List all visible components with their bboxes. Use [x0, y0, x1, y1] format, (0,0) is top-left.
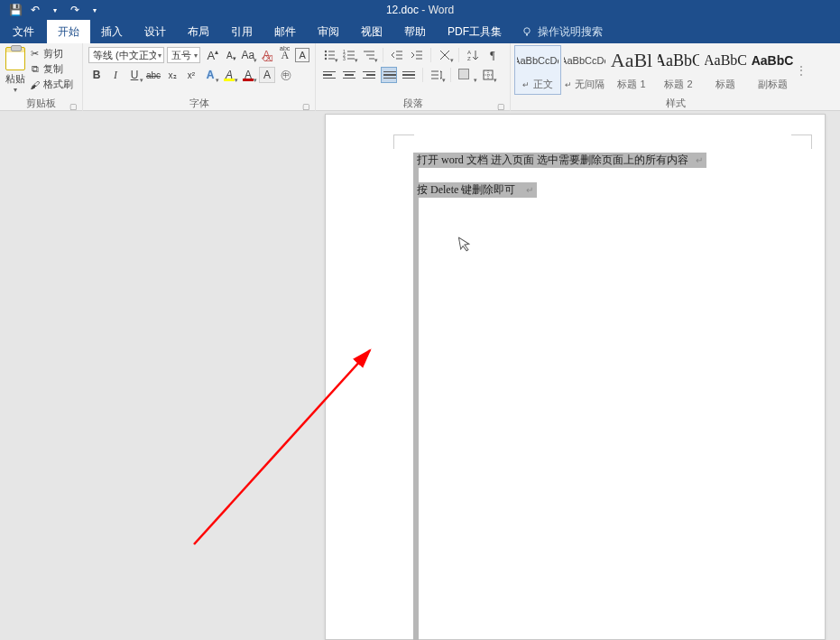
mouse-cursor-icon	[457, 235, 473, 255]
doc-name: 12.doc	[386, 4, 419, 16]
style-nospacing[interactable]: AaBbCcDc ↵ 无间隔	[561, 45, 608, 95]
document-page[interactable]: 打开 word 文档 进入页面 选中需要删除页面上的所有内容 ↵ 按 Delet…	[325, 114, 826, 640]
subscript-button[interactable]: x₂	[164, 67, 180, 83]
copy-button[interactable]: ⧉ 复制	[29, 62, 73, 76]
selection-column	[413, 153, 419, 640]
font-size-combo[interactable]: 五号▾	[167, 47, 200, 63]
scissors-icon: ✂	[29, 48, 41, 60]
enclose-char-button[interactable]: ㊥	[278, 67, 294, 83]
ribbon-tabs: 文件 开始 插入 设计 布局 引用 邮件 审阅 视图 帮助 PDF工具集 操作说…	[0, 20, 840, 43]
borders-button[interactable]: ▾	[480, 67, 496, 83]
title-bar: 💾 ↶ ▾ ↷ ▾ 12.doc - Word	[0, 0, 840, 20]
change-case-button[interactable]: Aa▾	[240, 47, 255, 63]
align-left-button[interactable]	[321, 67, 337, 83]
font-launcher-icon[interactable]: ▢	[302, 102, 310, 111]
style-subtitle[interactable]: AaBbC 副标题	[749, 45, 796, 95]
increase-indent-button[interactable]	[409, 47, 425, 63]
app-name: Word	[429, 4, 454, 16]
highlight-button[interactable]: A▾	[221, 67, 237, 83]
paragraph-group-label: 段落 ▢	[319, 97, 506, 111]
save-button[interactable]: 💾	[7, 2, 23, 18]
tell-me-search[interactable]: 操作说明搜索	[512, 20, 603, 43]
cut-button[interactable]: ✂ 剪切	[29, 47, 73, 60]
tab-help[interactable]: 帮助	[393, 20, 437, 43]
bulb-icon	[522, 26, 532, 37]
tab-layout[interactable]: 布局	[177, 20, 220, 43]
line-spacing-button[interactable]: ▾	[429, 67, 445, 83]
shrink-font-button[interactable]: A▾	[222, 47, 237, 63]
format-painter-button[interactable]: 🖌 格式刷	[29, 78, 73, 91]
styles-more-button[interactable]: ⋮	[796, 45, 807, 95]
bold-button[interactable]: B	[88, 67, 105, 83]
paste-icon	[5, 47, 25, 70]
tab-review[interactable]: 审阅	[307, 20, 350, 43]
tell-me-label: 操作说明搜索	[538, 24, 603, 40]
decrease-indent-button[interactable]	[389, 47, 405, 63]
paragraph-mark-icon: ↵	[696, 155, 703, 165]
italic-button[interactable]: I	[107, 67, 124, 83]
style-normal[interactable]: AaBbCcDc ↵ 正文	[514, 45, 561, 95]
group-clipboard: 粘贴 ▾ ✂ 剪切 ⧉ 复制 🖌 格式刷 剪贴板 ▢	[0, 43, 83, 111]
margin-guide-tr	[791, 134, 812, 149]
svg-point-0	[524, 28, 530, 33]
style-heading2[interactable]: AaBbC 标题 2	[655, 45, 702, 95]
tab-home[interactable]: 开始	[47, 20, 90, 43]
tab-design[interactable]: 设计	[134, 20, 177, 43]
svg-text:3: 3	[343, 56, 346, 61]
svg-point-4	[325, 54, 327, 56]
qat-customize-icon[interactable]: ▾	[87, 2, 103, 18]
style-heading1[interactable]: AaBl 标题 1	[608, 45, 655, 95]
shading-button[interactable]: ▾	[457, 67, 476, 83]
font-name-combo[interactable]: 等线 (中文正文)▾	[88, 47, 164, 63]
paste-button[interactable]: 粘贴 ▾	[4, 45, 29, 94]
char-border-button[interactable]: A	[295, 48, 309, 62]
show-marks-button[interactable]: ¶	[485, 47, 501, 63]
font-color-button[interactable]: A▾	[240, 67, 256, 83]
clipboard-group-label: 剪贴板 ▢	[4, 97, 78, 111]
tab-pdf[interactable]: PDF工具集	[437, 20, 512, 43]
bullets-button[interactable]: ▾	[321, 47, 337, 63]
clear-format-button[interactable]: A⌫	[259, 47, 274, 63]
align-right-button[interactable]	[361, 67, 377, 83]
copy-icon: ⧉	[29, 63, 41, 75]
svg-point-2	[325, 51, 327, 52]
svg-rect-1	[526, 34, 528, 36]
selected-text-line1[interactable]: 打开 word 文档 进入页面 选中需要删除页面上的所有内容 ↵	[413, 153, 706, 168]
tab-references[interactable]: 引用	[220, 20, 263, 43]
tab-insert[interactable]: 插入	[90, 20, 134, 43]
phonetic-guide-button[interactable]: Aabc	[277, 47, 292, 63]
svg-point-6	[325, 58, 327, 60]
svg-text:Z: Z	[467, 56, 471, 61]
paste-label: 粘贴	[5, 72, 25, 86]
undo-more-icon[interactable]: ▾	[47, 2, 63, 18]
numbering-button[interactable]: 123▾	[341, 47, 357, 63]
align-justify-button[interactable]	[381, 67, 397, 83]
underline-button[interactable]: U▾	[126, 67, 143, 83]
strike-button[interactable]: abc	[145, 67, 162, 83]
multilevel-button[interactable]: ▾	[361, 47, 377, 63]
sort-button[interactable]: AZ	[465, 47, 481, 63]
selected-text-line2[interactable]: 按 Delete 键删除即可 ↵	[413, 182, 537, 198]
styles-group-label: 样式	[514, 97, 836, 111]
margin-guide-tl	[393, 134, 414, 149]
asian-layout-button[interactable]: ▾	[437, 47, 453, 63]
tab-file[interactable]: 文件	[0, 20, 47, 43]
align-center-button[interactable]	[341, 67, 357, 83]
tab-view[interactable]: 视图	[350, 20, 393, 43]
char-shading-button[interactable]: A	[259, 67, 275, 83]
redo-button[interactable]: ↷	[67, 2, 83, 18]
undo-button[interactable]: ↶	[27, 2, 43, 18]
style-title[interactable]: AaBbC 标题	[702, 45, 749, 95]
paragraph-mark-icon: ↵	[526, 185, 533, 195]
paragraph-launcher-icon[interactable]: ▢	[497, 102, 505, 111]
group-styles: AaBbCcDc ↵ 正文 AaBbCcDc ↵ 无间隔 AaBl 标题 1 A…	[511, 43, 840, 111]
superscript-button[interactable]: x²	[183, 67, 199, 83]
group-font: 等线 (中文正文)▾ 五号▾ A▴ A▾ Aa▾ A⌫ Aabc A B I U…	[83, 43, 316, 111]
tab-mailings[interactable]: 邮件	[263, 20, 307, 43]
paste-caret-icon[interactable]: ▾	[14, 86, 17, 94]
grow-font-button[interactable]: A▴	[203, 47, 218, 63]
group-paragraph: ▾ 123▾ ▾ ▾	[316, 43, 511, 111]
align-distribute-button[interactable]	[401, 67, 417, 83]
text-effects-button[interactable]: A▾	[202, 67, 218, 83]
clipboard-launcher-icon[interactable]: ▢	[69, 102, 78, 111]
